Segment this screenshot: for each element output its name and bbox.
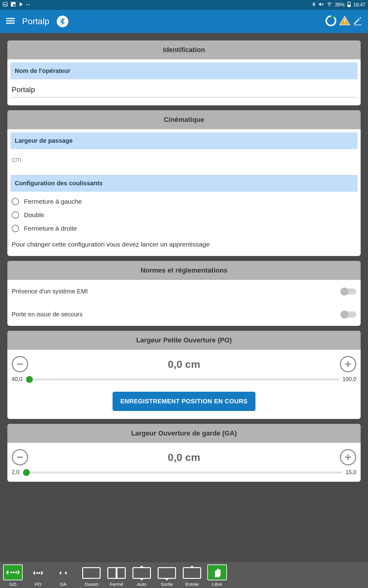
svg-rect-13	[344, 23, 345, 24]
label: Auto	[137, 582, 147, 587]
svg-point-21	[11, 572, 12, 573]
svg-rect-14	[354, 25, 362, 25]
card-cinematique: Cinématique Largeur de passage Configura…	[7, 110, 361, 256]
gallery-icon	[2, 2, 8, 8]
mode-entree[interactable]: Entrée	[181, 566, 203, 587]
label: GA	[60, 582, 67, 587]
svg-point-24	[36, 572, 38, 574]
ga-min: 2,0	[12, 469, 19, 476]
flipboard-icon	[10, 2, 16, 8]
ga-increment-button[interactable]	[340, 449, 356, 466]
label: GO	[9, 582, 16, 587]
po-slider[interactable]	[26, 379, 339, 380]
bluetooth-icon	[312, 2, 316, 8]
progress-icon[interactable]	[325, 15, 337, 28]
po-min: 40,0	[12, 376, 22, 383]
save-position-button[interactable]: ENREGISTREMENT POSITION EN COURS	[113, 392, 256, 411]
mode-ferme[interactable]: Fermé	[105, 566, 128, 587]
section-header: Largeur Ouverture de garde (GA)	[7, 424, 361, 443]
po-max: 100,0	[343, 376, 356, 383]
label: Fermé	[110, 582, 123, 587]
svg-rect-3	[13, 2, 15, 4]
svg-rect-6	[348, 2, 350, 2]
sub-header-operator: Nom de l'opérateur	[10, 62, 358, 79]
main-content[interactable]: Identification Nom de l'opérateur Cinéma…	[0, 33, 368, 562]
switch-label: Porte en issue de secours	[12, 311, 82, 318]
sub-header-config: Configuration des coulissants	[10, 175, 358, 192]
mode-po[interactable]: PO	[27, 566, 49, 587]
svg-point-25	[39, 572, 40, 574]
battery-icon	[347, 2, 351, 8]
radio-label: Double	[24, 211, 44, 219]
config-hint: Pour changer cette configuration vous de…	[7, 235, 361, 256]
switch-label: Présence d'un système EMI	[12, 288, 88, 295]
svg-point-4	[329, 6, 330, 6]
emi-toggle[interactable]	[341, 288, 356, 295]
svg-rect-9	[6, 20, 15, 21]
po-increment-button[interactable]	[340, 356, 356, 372]
bottom-bar: GO PO GA Ouvert Fermé Auto Sortie Entrée…	[0, 562, 368, 588]
label: Sortie	[161, 582, 173, 587]
section-header: Normes et réglementations	[7, 261, 361, 280]
operator-name-input[interactable]	[12, 82, 356, 97]
radio-icon	[12, 198, 19, 205]
app-bar: Portalp	[0, 10, 368, 33]
play-icon	[18, 2, 24, 8]
edit-icon[interactable]	[353, 16, 362, 27]
mode-auto[interactable]: Auto	[131, 566, 153, 587]
dots-icon: • •	[26, 3, 30, 7]
svg-rect-7	[347, 5, 350, 7]
wifi-icon	[326, 2, 332, 8]
sub-header-width: Largeur de passage	[10, 132, 358, 149]
ga-max: 15,0	[346, 469, 356, 476]
ga-slider[interactable]	[23, 472, 342, 473]
warning-icon[interactable]	[339, 15, 350, 28]
svg-point-23	[16, 572, 17, 573]
card-po: Largeur Petite Ouverture (PO) 0,0 cm 40,…	[7, 331, 361, 419]
emergency-toggle[interactable]	[341, 311, 356, 318]
ga-decrement-button[interactable]	[12, 449, 28, 466]
app-title: Portalp	[22, 17, 49, 26]
label: PO	[35, 582, 41, 587]
radio-double[interactable]: Double	[12, 208, 356, 222]
mode-sortie[interactable]: Sortie	[156, 566, 178, 587]
label: Ouvert	[84, 582, 98, 587]
svg-point-22	[13, 572, 15, 573]
status-time: 16:47	[353, 2, 366, 8]
menu-icon[interactable]	[6, 17, 15, 26]
radio-left-close[interactable]: Fermeture à gauche	[12, 195, 356, 208]
battery-percent: 39%	[335, 2, 345, 8]
card-identification: Identification Nom de l'opérateur	[7, 40, 361, 105]
svg-rect-12	[344, 19, 345, 22]
svg-rect-10	[6, 23, 15, 24]
ga-value: 0,0 cm	[168, 451, 200, 463]
section-header: Largeur Petite Ouverture (PO)	[7, 331, 361, 350]
label: Libre	[212, 582, 222, 587]
mode-ouvert[interactable]: Ouvert	[80, 566, 102, 587]
section-header: Cinématique	[7, 110, 361, 129]
section-header: Identification	[7, 40, 361, 59]
label: Entrée	[185, 582, 199, 587]
radio-right-close[interactable]: Fermeture à droite	[12, 222, 356, 235]
card-ga: Largeur Ouverture de garde (GA) 0,0 cm 2…	[7, 424, 361, 482]
passage-width-input[interactable]	[12, 152, 356, 167]
po-decrement-button[interactable]	[12, 356, 28, 372]
card-norms: Normes et réglementations Présence d'un …	[7, 261, 361, 326]
mode-go[interactable]: GO	[2, 564, 24, 587]
radio-icon	[12, 211, 19, 219]
switch-emergency: Porte en issue de secours	[7, 303, 361, 326]
status-bar: • • 39% 16:47	[0, 0, 368, 10]
mode-libre[interactable]: Libre	[206, 564, 228, 587]
mute-icon	[318, 2, 324, 8]
po-value: 0,0 cm	[168, 358, 200, 370]
svg-rect-8	[6, 18, 15, 19]
mode-ga[interactable]: GA	[52, 566, 74, 587]
svg-rect-2	[11, 2, 13, 6]
radio-icon	[12, 225, 19, 232]
switch-emi: Présence d'un système EMI	[7, 280, 361, 303]
radio-label: Fermeture à droite	[24, 225, 77, 232]
bluetooth-badge-icon[interactable]	[57, 16, 68, 27]
radio-label: Fermeture à gauche	[24, 198, 82, 205]
